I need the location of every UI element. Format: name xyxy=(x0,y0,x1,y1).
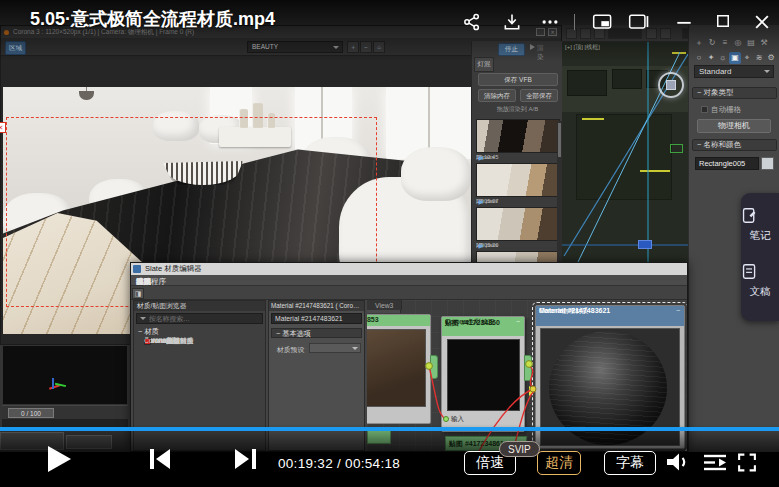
playlist-icon[interactable] xyxy=(702,453,728,472)
search-box[interactable] xyxy=(136,313,263,324)
mini-player-icon[interactable] xyxy=(592,12,614,32)
widescreen-icon[interactable] xyxy=(628,12,650,32)
node-output-tab[interactable] xyxy=(524,355,532,381)
camera-selection-circle[interactable] xyxy=(658,72,684,98)
history-thumbnail[interactable] xyxy=(476,163,560,197)
history-thumbnail[interactable] xyxy=(476,119,560,153)
history-hint-text: 拖放渲染到 A/B xyxy=(472,105,563,114)
slate-title-text: Slate 材质编辑器 xyxy=(145,263,202,274)
axis-z-icon xyxy=(52,378,54,389)
play-button[interactable] xyxy=(48,446,71,472)
volume-icon[interactable] xyxy=(664,450,692,474)
object-name-field[interactable]: Rectangle005 xyxy=(695,157,759,170)
history-item[interactable]: 15:05:07 | 10 pass ⇄▶✕ xyxy=(476,163,560,207)
material-node-header: Material #2147483621 Corona物理材质 − xyxy=(536,306,684,326)
cc-node-header: 贴图 #417234860 Corona色彩校正 − xyxy=(442,317,524,336)
browser-header: 材质/贴图浏览器 xyxy=(134,301,265,311)
video-player-window: Corona 3 : 1120×520px (1/1) | Camera: 物理… xyxy=(0,0,779,487)
slate-toolbar-icon[interactable]: ◨ xyxy=(132,288,144,299)
history-item[interactable]: 15:12:45 | 9 pass ⇄▶✕ xyxy=(476,119,560,163)
input-socket[interactable] xyxy=(443,416,449,422)
autogrid-checkbox[interactable]: 自动栅格 xyxy=(701,105,711,114)
slate-menubar: 模式材质编辑选择视图选项工具实用程序 xyxy=(131,275,687,286)
video-frame[interactable]: Corona 3 : 1120×520px (1/1) | Camera: 物理… xyxy=(0,0,779,452)
document-icon xyxy=(741,263,758,280)
quality-button[interactable]: 超清 xyxy=(537,451,581,475)
physical-camera-button[interactable]: 物理相机 xyxy=(697,119,771,133)
save-vfb-button[interactable]: 保存 VFB xyxy=(478,73,558,86)
history-caption: 15:05:20 | 49 pass ⇄▶✕ xyxy=(476,242,478,248)
next-bar-icon xyxy=(252,449,256,469)
bitmap-node[interactable]: 4853 xyxy=(367,314,431,424)
object-type-rollout[interactable]: − 对象类型 xyxy=(692,87,777,99)
time-display: 00:19:32 / 00:54:18 xyxy=(278,456,400,471)
search-input[interactable] xyxy=(149,314,259,323)
svip-badge: SVIP xyxy=(499,441,540,457)
node-output-tab[interactable] xyxy=(430,355,438,379)
node-input-arrow[interactable] xyxy=(529,386,536,396)
camera-gizmo[interactable] xyxy=(638,240,652,249)
delete-icon[interactable]: ✕ xyxy=(479,242,484,249)
slate-toolbar: ▸✚◫✎▦▣✕⟲⊞◉✦◨ xyxy=(131,286,687,300)
region-close-icon[interactable]: ✕ xyxy=(0,122,6,133)
browser-group-header[interactable]: − 材质 xyxy=(138,327,159,337)
max-viewport[interactable]: [+] [顶] [线框] xyxy=(562,42,688,262)
close-icon[interactable] xyxy=(752,12,772,32)
prev-bar-icon xyxy=(150,449,154,469)
download-icon[interactable] xyxy=(502,12,522,32)
note-pencil-icon xyxy=(741,207,758,224)
chevron-down-icon xyxy=(352,347,358,353)
slate-titlebar[interactable]: Slate 材质编辑器 xyxy=(131,263,687,275)
basic-options-rollout[interactable]: − 基本选项 xyxy=(271,328,362,338)
cc-preview xyxy=(447,339,520,411)
subtitle-button[interactable]: 字幕 xyxy=(604,451,656,475)
collapse-icon[interactable]: − xyxy=(516,318,520,325)
next-button[interactable] xyxy=(235,449,257,469)
delete-icon[interactable]: ✕ xyxy=(479,198,484,205)
mini-viewport[interactable] xyxy=(2,345,128,405)
collapse-icon[interactable]: − xyxy=(676,307,680,314)
chair-shape xyxy=(401,147,471,201)
maximize-icon[interactable] xyxy=(714,12,732,30)
pendant-lamp xyxy=(79,91,94,100)
material-name-field[interactable]: Material #2147483621 xyxy=(271,313,362,324)
preset-dropdown[interactable] xyxy=(309,343,361,353)
camera-type-dropdown[interactable]: Standard xyxy=(694,65,774,78)
history-caption: 15:12:45 | 9 pass ⇄▶✕ xyxy=(476,154,478,160)
time-slider[interactable]: 0 / 100 xyxy=(8,408,54,418)
bitmap-preview xyxy=(367,329,426,407)
chevron-down-icon xyxy=(764,70,770,76)
clear-memory-button[interactable]: 清除内存 xyxy=(478,89,516,102)
previous-button[interactable] xyxy=(150,449,172,469)
history-caption: 15:05:07 | 10 pass ⇄▶✕ xyxy=(476,198,478,204)
save-all-button[interactable]: 全部保存 xyxy=(520,89,558,102)
next-triangle-icon xyxy=(235,449,249,469)
input-slot-label: 输入 xyxy=(451,415,464,424)
checkbox-icon[interactable] xyxy=(701,106,708,113)
prev-triangle-icon xyxy=(156,449,170,469)
more-icon[interactable] xyxy=(540,12,560,32)
slate-window-icon xyxy=(133,265,141,273)
history-thumbnail[interactable] xyxy=(476,207,560,241)
bitmap-node-header: 4853 xyxy=(367,315,430,326)
delete-icon[interactable]: ✕ xyxy=(479,154,484,161)
notes-button[interactable]: 笔记 xyxy=(741,201,779,259)
transcript-button[interactable]: 文稿 xyxy=(741,257,779,315)
object-color-swatch[interactable] xyxy=(761,157,774,170)
param-header: Material #2147483621 ( Corona物理材质 ) xyxy=(269,301,364,311)
name-color-rollout[interactable]: − 名称和颜色 xyxy=(692,139,777,151)
chevron-down-icon[interactable] xyxy=(140,317,146,323)
scrollbar-thumb[interactable] xyxy=(558,123,561,157)
color-correct-node[interactable]: 贴图 #417234860 Corona色彩校正 − 输入 xyxy=(441,316,525,432)
node-view-tab[interactable]: View3 xyxy=(367,300,402,310)
camera-icon xyxy=(666,80,676,90)
divider xyxy=(574,14,575,30)
video-title: 5.05·意式极简全流程材质.mp4 xyxy=(30,7,275,31)
share-icon[interactable] xyxy=(462,12,482,32)
minimize-icon[interactable] xyxy=(674,12,694,32)
max-track-bar[interactable]: 0 / 100 xyxy=(2,405,128,419)
history-item[interactable]: 15:05:20 | 49 pass ⇄▶✕ xyxy=(476,207,560,251)
progress-bar[interactable] xyxy=(0,427,779,431)
side-tools-panel: 笔记 文稿 xyxy=(741,193,779,321)
fullscreen-icon[interactable] xyxy=(736,452,758,473)
